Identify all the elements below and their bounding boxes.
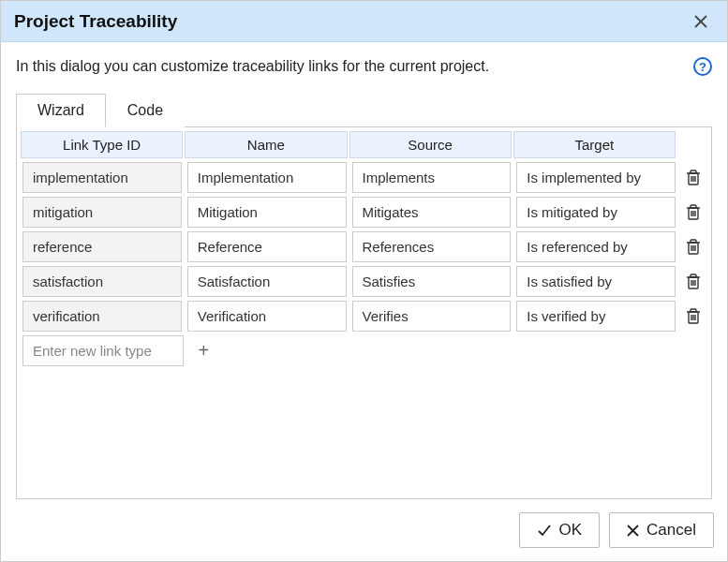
trash-icon[interactable] xyxy=(681,170,706,186)
table-row: implementationImplementationImplementsIs… xyxy=(19,158,709,193)
trash-icon[interactable] xyxy=(681,204,706,221)
link-name-input[interactable]: Mitigation xyxy=(187,197,347,228)
table-row: satisfactionSatisfactionSatisfiesIs sati… xyxy=(19,262,709,297)
link-type-id-cell[interactable]: implementation xyxy=(22,162,182,193)
dialog-description: In this dialog you can customize traceab… xyxy=(16,58,489,75)
link-source-input[interactable]: Mitigates xyxy=(352,197,512,228)
table-row: referenceReferenceReferencesIs reference… xyxy=(19,228,709,262)
link-source-input[interactable]: Satisfies xyxy=(352,266,512,297)
link-source-input[interactable]: References xyxy=(352,231,512,262)
tab-code[interactable]: Code xyxy=(106,94,185,127)
description-row: In this dialog you can customize traceab… xyxy=(16,57,712,76)
link-source-input[interactable]: Verifies xyxy=(352,301,512,332)
table-header-row: Link Type ID Name Source Target xyxy=(19,129,709,158)
new-link-type-row: Enter new link type + xyxy=(19,332,709,366)
svg-rect-31 xyxy=(691,309,696,312)
add-icon[interactable]: + xyxy=(191,339,215,363)
check-icon xyxy=(537,523,552,538)
trash-icon[interactable] xyxy=(681,239,706,256)
trash-icon[interactable] xyxy=(681,308,706,325)
col-name[interactable]: Name xyxy=(185,131,347,158)
ok-label: OK xyxy=(559,521,583,540)
svg-rect-25 xyxy=(691,274,696,277)
link-name-input[interactable]: Satisfaction xyxy=(187,266,347,297)
link-target-input[interactable]: Is referenced by xyxy=(516,231,676,262)
dialog-footer: OK Cancel xyxy=(1,499,727,561)
ok-button[interactable]: OK xyxy=(519,512,601,548)
link-type-id-cell[interactable]: mitigation xyxy=(22,197,182,228)
table-row: mitigationMitigationMitigatesIs mitigate… xyxy=(19,193,709,228)
link-type-id-cell[interactable]: reference xyxy=(22,231,182,262)
table-row: verificationVerificationVerifiesIs verif… xyxy=(19,297,709,332)
link-name-input[interactable]: Implementation xyxy=(187,162,347,193)
link-name-input[interactable]: Verification xyxy=(187,301,347,332)
col-link-type-id[interactable]: Link Type ID xyxy=(21,131,183,158)
svg-rect-19 xyxy=(691,240,696,243)
new-link-type-input[interactable]: Enter new link type xyxy=(22,335,184,366)
link-target-input[interactable]: Is satisfied by xyxy=(516,266,676,297)
svg-rect-7 xyxy=(691,170,696,173)
tab-wizard[interactable]: Wizard xyxy=(16,94,106,127)
svg-rect-13 xyxy=(691,205,696,208)
cancel-label: Cancel xyxy=(646,521,696,540)
col-target[interactable]: Target xyxy=(513,131,676,158)
titlebar: Project Traceability xyxy=(1,1,727,42)
tabs: Wizard Code xyxy=(16,93,712,127)
dialog-title: Project Traceability xyxy=(14,11,177,32)
close-icon[interactable] xyxy=(688,8,714,35)
trash-icon[interactable] xyxy=(681,274,706,290)
link-target-input[interactable]: Is verified by xyxy=(516,301,676,332)
close-icon xyxy=(627,525,639,537)
link-type-id-cell[interactable]: verification xyxy=(22,301,182,332)
link-types-table: Link Type ID Name Source Target implemen… xyxy=(16,127,712,499)
link-type-id-cell[interactable]: satisfaction xyxy=(22,266,182,297)
link-target-input[interactable]: Is implemented by xyxy=(516,162,676,193)
project-traceability-dialog: Project Traceability In this dialog you … xyxy=(0,0,728,562)
link-name-input[interactable]: Reference xyxy=(187,231,347,262)
dialog-content: In this dialog you can customize traceab… xyxy=(1,42,727,499)
help-icon[interactable]: ? xyxy=(693,57,712,76)
col-source[interactable]: Source xyxy=(349,131,512,158)
cancel-button[interactable]: Cancel xyxy=(609,512,714,548)
link-target-input[interactable]: Is mitigated by xyxy=(516,197,676,228)
link-source-input[interactable]: Implements xyxy=(352,162,512,193)
